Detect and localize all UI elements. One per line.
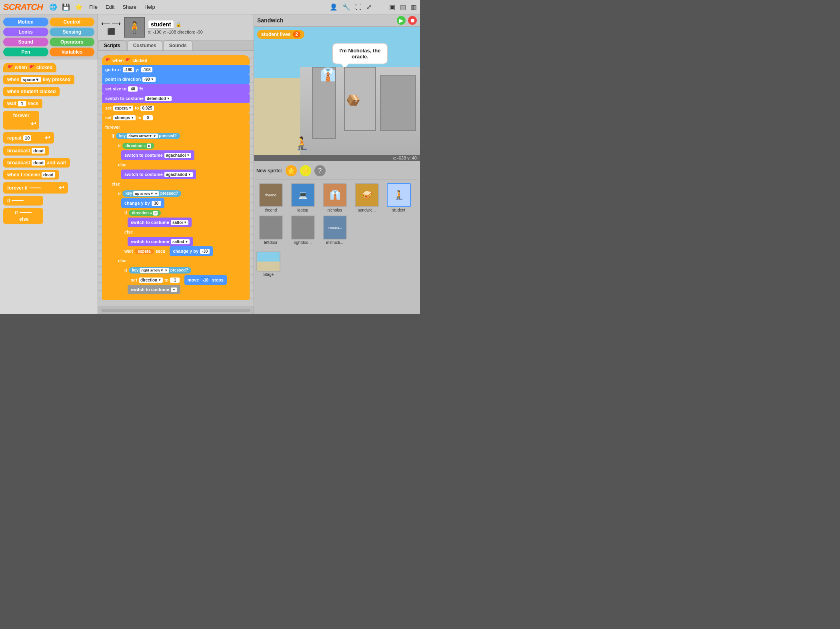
main-layout: Motion Control Looks Sensing Sound Opera…: [0, 14, 420, 314]
sprite-selector: New sprite: ⭐ ⭐ ? theend theend 💻 laptop: [254, 161, 420, 314]
forever-block[interactable]: forever ↩: [3, 111, 39, 130]
new-sprite-row: New sprite: ⭐ ⭐ ?: [256, 164, 418, 180]
sprite-item-student[interactable]: 🧎 student: [384, 183, 413, 212]
sb-forever[interactable]: forever if key down arrow▼ pressed? if d…: [102, 122, 250, 300]
sprite-item-sandwich[interactable]: 🥪 sandwic...: [352, 183, 381, 212]
sb-switch-costume-bottom[interactable]: switch to costume: [128, 285, 180, 294]
sb-if-right[interactable]: if key right arrow▼ pressed?: [121, 266, 217, 275]
sprite-label-laptop: laptop: [297, 208, 308, 212]
sb-costume-saltod[interactable]: switch to costume saltod: [128, 237, 193, 246]
when-key-pressed-block[interactable]: when space▼ key pressed: [3, 75, 74, 84]
edit-menu[interactable]: Edit: [104, 4, 116, 10]
cat-motion[interactable]: Motion: [3, 18, 48, 26]
sb-costume-agachadoi[interactable]: switch to costume agachadoi: [121, 150, 194, 160]
sb-else-2[interactable]: else: [108, 179, 236, 189]
wait-block[interactable]: wait 1 secs: [3, 99, 42, 108]
new-sprite-label: New sprite:: [256, 168, 282, 174]
paint-sprite-button[interactable]: ⭐: [286, 165, 297, 176]
menubar: SCRATCH 🌐 💾 ⭐ File Edit Share Help 👤 🔧 ⛶…: [0, 0, 420, 14]
cat-looks[interactable]: Looks: [3, 28, 48, 36]
scripts-area[interactable]: 🚩 when 🚩 clicked go to x: -190 y: -108 p…: [98, 51, 254, 306]
nav-down[interactable]: ⬛: [101, 28, 121, 35]
sprite-item-laptop[interactable]: 💻 laptop: [288, 183, 317, 212]
settings-icon[interactable]: 🔧: [342, 3, 350, 11]
expand-icon[interactable]: ⤢: [366, 3, 372, 11]
broadcast-wait-block[interactable]: broadcast dead and wait: [3, 158, 70, 168]
cat-variables[interactable]: Variables: [50, 48, 95, 56]
building-bg: [300, 67, 420, 155]
layout3-icon[interactable]: ▥: [411, 3, 417, 11]
stage-coords: x: -638 y: 40: [254, 155, 420, 161]
globe-icon[interactable]: 🌐: [49, 3, 57, 11]
file-menu[interactable]: File: [88, 4, 99, 10]
sb-else-1[interactable]: else: [115, 160, 130, 170]
sb-if-dir-eq-0[interactable]: if direction = 0: [115, 141, 211, 150]
sb-switch-costume-1[interactable]: switch to costume detenidod: [102, 94, 250, 103]
when-receive-block[interactable]: when I receive dead: [3, 170, 59, 180]
tab-costumes[interactable]: Costumes: [127, 40, 162, 50]
sb-else-3[interactable]: else: [121, 227, 136, 237]
profile-icon[interactable]: 👤: [330, 3, 338, 11]
stop-button[interactable]: ⏹: [408, 16, 417, 25]
sprite-thumb-rightdoor: [291, 216, 315, 240]
sprite-item-rightdoor[interactable]: rightdoo...: [288, 216, 317, 245]
sb-wait-espera[interactable]: wait espera secs: [121, 246, 168, 256]
sb-when-clicked[interactable]: 🚩 when 🚩 clicked: [102, 55, 250, 65]
cat-pen[interactable]: Pen: [3, 48, 48, 56]
sb-if-down[interactable]: if key down arrow▼ pressed?: [108, 131, 236, 141]
sprite-coords: x: -190 y: -108 direction: -90: [148, 30, 250, 34]
layout2-icon[interactable]: ▤: [400, 3, 406, 11]
sb-change-y-30[interactable]: change y by 30: [121, 198, 164, 208]
stage-label: Stage: [263, 272, 274, 277]
share-menu[interactable]: Share: [121, 4, 138, 10]
cat-sensing[interactable]: Sensing: [50, 28, 95, 36]
sprite-item-leftdoor[interactable]: leftdoor: [256, 216, 285, 245]
sb-if-up[interactable]: if key up arrow▼ pressed?: [115, 189, 227, 198]
sprite-label-nicholas: nicholas: [328, 208, 342, 212]
sb-point-direction[interactable]: point in direction -90: [102, 74, 250, 84]
sb-if-dir-eq-0-2[interactable]: if direction = 0: [121, 208, 217, 218]
cat-control[interactable]: Control: [50, 18, 95, 26]
when-clicked-block[interactable]: 🚩 when 🚩 clicked: [3, 63, 56, 72]
fullscreen-icon[interactable]: ⛶: [355, 4, 362, 11]
green-flag-button[interactable]: ▶: [397, 16, 406, 25]
sb-set-espera[interactable]: set espera to 0.025: [102, 103, 250, 113]
stage-header: Sandwich ▶ ⏹: [254, 14, 420, 27]
forever-if-block[interactable]: forever if ↩: [3, 182, 68, 194]
stage-canvas: student lives 2 I'm Nicholas, the oracle…: [254, 27, 420, 155]
nav-right[interactable]: ⟶: [112, 20, 121, 27]
stage-item[interactable]: Stage: [256, 252, 280, 277]
sb-costume-agachadod[interactable]: switch to costume agachadod: [121, 170, 196, 179]
layout1-icon[interactable]: ▣: [389, 3, 395, 11]
sprite-thumb-instructi: instructi...: [323, 216, 347, 240]
sb-set-size[interactable]: set size to 40 %: [102, 84, 250, 94]
cat-sound[interactable]: Sound: [3, 38, 48, 46]
help-menu[interactable]: Help: [143, 4, 157, 10]
sb-go-to-xy[interactable]: go to x: -190 y: -108: [102, 65, 250, 74]
sb-else-4[interactable]: else: [115, 256, 227, 266]
left-panel: Motion Control Looks Sensing Sound Opera…: [0, 14, 98, 314]
student-lives-overlay: student lives 2: [257, 30, 304, 39]
if-block[interactable]: if: [3, 196, 43, 206]
sprite-item-theend[interactable]: theend theend: [256, 183, 285, 212]
sb-move-steps[interactable]: move -10 steps: [184, 275, 227, 285]
sb-set-chomps[interactable]: set chomps to 0: [102, 113, 250, 122]
tab-scripts[interactable]: Scripts: [98, 40, 126, 50]
random-sprite-button[interactable]: ?: [314, 165, 326, 176]
repeat-block[interactable]: repeat 10 ↩: [3, 132, 54, 144]
sb-costume-saltoi[interactable]: switch to costume saltoi: [128, 218, 192, 227]
star-icon[interactable]: ⭐: [75, 3, 83, 11]
sprite-item-instructi[interactable]: instructi... instructi...: [320, 216, 349, 245]
broadcast-block[interactable]: broadcast dead: [3, 146, 49, 156]
cat-operators[interactable]: Operators: [50, 38, 95, 46]
when-sprite-clicked-block[interactable]: when student clicked: [3, 87, 60, 96]
sprite-item-nicholas[interactable]: 👔 nicholas: [320, 183, 349, 212]
sb-change-y-neg30[interactable]: change y by -30: [170, 246, 213, 256]
star-sprite-button[interactable]: ⭐: [300, 165, 311, 176]
sb-set-direction[interactable]: set direction to 1: [128, 275, 183, 285]
tab-sounds[interactable]: Sounds: [163, 40, 193, 50]
sprite-name[interactable]: student: [148, 20, 174, 29]
if-else-block[interactable]: if else: [3, 208, 43, 224]
nav-left[interactable]: ⟵: [101, 20, 110, 27]
save-icon[interactable]: 💾: [62, 3, 70, 11]
